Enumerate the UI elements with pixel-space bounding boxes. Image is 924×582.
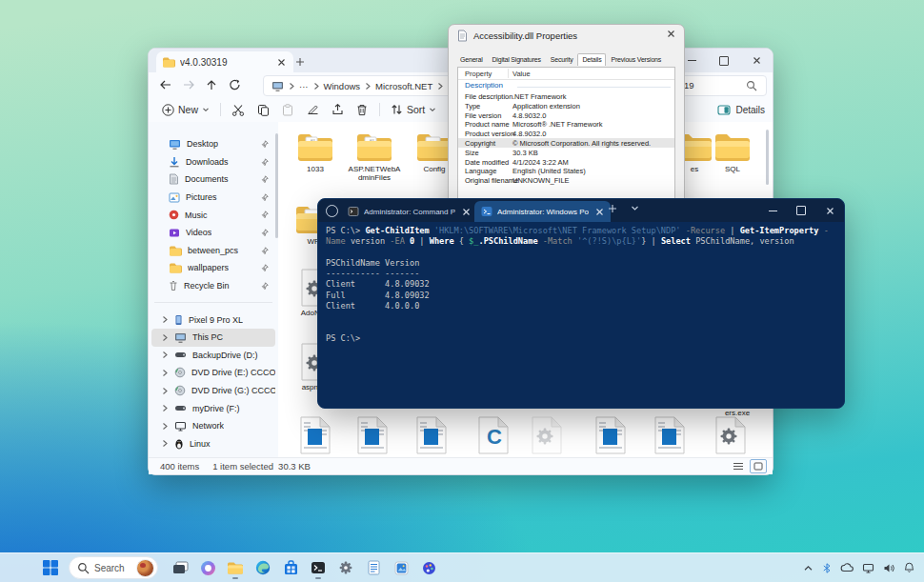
expand-chevron-icon[interactable] [161,351,169,359]
expand-chevron-icon[interactable] [161,369,169,377]
expand-chevron-icon[interactable] [161,315,169,324]
sidebar-item-this-pc[interactable]: This PC [151,329,275,347]
file-item[interactable] [584,415,637,455]
tray-notifications-icon[interactable] [904,562,914,573]
new-button[interactable]: New [156,99,215,120]
details-pane-button[interactable]: Details [717,105,765,115]
file-area-scrollbar[interactable] [766,130,769,185]
file-item[interactable] [289,415,342,455]
terminal-tab-dropdown[interactable] [631,204,639,212]
property-row[interactable]: File description.NET Framework [458,91,674,101]
maximize-button[interactable] [708,49,740,72]
expand-chevron-icon[interactable] [161,404,169,412]
taskbar-app-notepad[interactable] [363,556,384,579]
tray-onedrive-icon[interactable] [840,563,854,572]
sidebar-item-dvd-drive-g-cccoma-x64i[interactable]: DVD Drive (G:) CCCOMA_X64I [151,382,275,400]
file-item[interactable]: C [467,415,520,455]
breadcrumb-ellipsis[interactable]: ··· [299,81,309,91]
tray-volume-icon[interactable] [883,563,895,573]
tab-close-icon[interactable] [274,55,288,69]
large-icons-view-toggle[interactable] [750,459,767,473]
sidebar-item-between-pcs[interactable]: between_pcs [151,242,275,260]
property-row[interactable]: Copyright© Microsoft Corporation. All ri… [458,138,674,148]
sidebar-item-dvd-drive-e-cccoma-x64f[interactable]: DVD Drive (E:) CCCOMA_X64F [151,364,275,382]
tray-hidden-icons-chevron[interactable] [803,564,814,572]
back-button[interactable] [154,75,177,94]
expand-chevron-icon[interactable] [161,387,169,395]
tray-bluetooth-icon[interactable] [822,563,832,573]
taskbar-app-task-view[interactable] [170,556,191,579]
tab-close-icon[interactable] [595,208,604,216]
property-row[interactable]: TypeApplication extension [458,101,674,110]
terminal-maximize-button[interactable] [787,199,815,222]
property-row[interactable]: Date modified4/1/2024 3:22 AM [458,157,674,167]
sidebar-item-documents[interactable]: Documents [151,171,275,189]
taskbar-app-store[interactable] [280,556,301,579]
dialog-tab-details[interactable]: Details [577,53,606,66]
property-row[interactable]: Original filenameUNKNOWN_FILE [458,175,674,185]
new-tab-button[interactable] [293,55,307,69]
terminal-close-button[interactable] [815,199,844,222]
refresh-button[interactable] [223,75,246,94]
delete-button[interactable] [350,99,374,120]
up-button[interactable] [200,75,223,94]
close-button[interactable] [740,49,773,72]
sidebar-item-mydrive-f-[interactable]: myDrive (F:) [151,399,275,417]
breadcrumb-item[interactable]: Windows [324,81,361,91]
expand-chevron-icon[interactable] [161,333,169,342]
dialog-tab-previous-versions[interactable]: Previous Versions [606,53,666,65]
file-label[interactable]: ers.exe [711,408,764,418]
taskbar-app-paint[interactable] [418,556,439,579]
property-row[interactable]: Product nameMicrosoft® .NET Framework [458,119,674,129]
property-row[interactable]: LanguageEnglish (United States) [458,166,674,175]
paste-button[interactable] [275,99,300,120]
sidebar-item-network[interactable]: Network [151,417,275,435]
sidebar-item-backupdrive-d-[interactable]: BackupDrive (D:) [151,347,275,365]
copy-button[interactable] [251,99,275,120]
details-view-toggle[interactable] [731,460,746,472]
share-button[interactable] [325,99,350,120]
forward-button[interactable] [177,75,200,94]
dialog-tab-general[interactable]: General [455,53,488,65]
file-item[interactable] [643,415,696,455]
tab-close-icon[interactable] [462,208,471,216]
sidebar-item-pixel-9-pro-xl[interactable]: Pixel 9 Pro XL [151,311,275,329]
expand-chevron-icon[interactable] [161,439,169,448]
sidebar-item-downloads[interactable]: Downloads [151,153,275,171]
property-row[interactable]: File version4.8.9032.0 [458,110,674,120]
property-row[interactable]: Size30.3 KB [458,148,674,157]
file-item[interactable]: SQL [706,131,759,174]
sidebar-item-recycle-bin[interactable]: Recycle Bin [151,277,275,295]
terminal-new-tab-button[interactable] [608,204,617,213]
search-box[interactable]: 19 [671,75,767,96]
file-item[interactable] [405,415,458,455]
search-box-image[interactable] [136,559,154,577]
sidebar-item-desktop[interactable]: Desktop [151,135,275,153]
sort-button[interactable]: Sort [385,99,442,120]
taskbar-app-copilot[interactable] [197,556,218,579]
start-button[interactable] [42,559,59,576]
taskbar-search-box[interactable]: Search [69,556,158,579]
taskbar-app-settings[interactable] [335,556,356,579]
cut-button[interactable] [226,99,251,120]
sidebar-item-pictures[interactable]: Pictures [151,189,275,207]
terminal-minimize-button[interactable] [758,199,787,222]
breadcrumb-item[interactable]: Microsoft.NET [375,81,432,91]
sidebar-item-linux[interactable]: Linux [151,435,275,453]
expand-chevron-icon[interactable] [161,422,169,431]
dialog-tab-security[interactable]: Security [546,53,578,65]
terminal-output[interactable]: PS C:\> Get-ChildItem 'HKLM:\SOFTWARE\Mi… [326,226,840,404]
file-item[interactable] [346,415,399,455]
file-item[interactable] [520,415,573,455]
terminal-tab[interactable]: Administrator: Windows Pow [474,201,611,222]
dialog-tab-digital-signatures[interactable]: Digital Signatures [488,53,546,65]
tray-network-icon[interactable] [862,563,874,573]
sidebar-item-wallpapers[interactable]: wallpapers [151,259,275,277]
taskbar-app-file-explorer[interactable] [225,556,246,579]
taskbar-app-edge[interactable] [252,556,273,579]
file-item[interactable] [704,415,757,455]
taskbar-app-photos[interactable] [391,556,412,579]
property-row[interactable]: Product version4.8.9032.0 [458,129,674,138]
rename-button[interactable] [300,99,325,120]
explorer-tab[interactable]: v4.0.30319 [156,51,293,72]
